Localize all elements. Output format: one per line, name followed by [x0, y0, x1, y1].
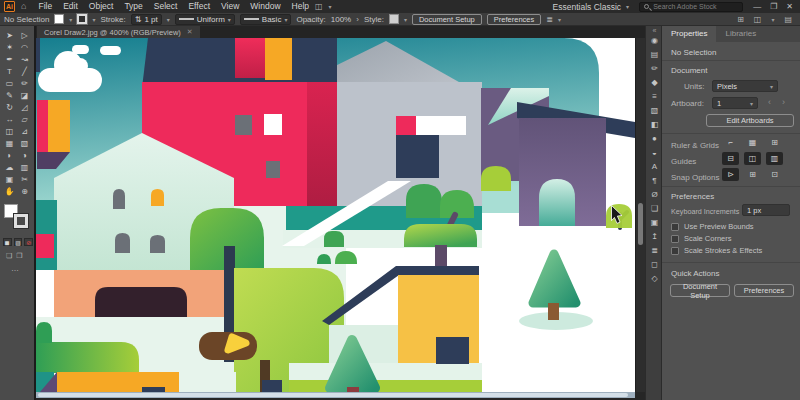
column-graph-tool-icon[interactable]: ▥: [17, 162, 32, 174]
mesh-tool-icon[interactable]: ▦: [2, 138, 17, 150]
stroke-swatch[interactable]: [14, 214, 28, 228]
horizontal-scroll-handle[interactable]: [38, 393, 628, 397]
snap-to-grid-icon[interactable]: ⊞: [744, 168, 761, 181]
document-setup-button[interactable]: Document Setup: [412, 14, 482, 25]
vertical-scroll-handle[interactable]: [638, 203, 643, 245]
checkbox-icon[interactable]: [671, 235, 679, 243]
opacity-value[interactable]: 100%: [331, 15, 351, 24]
stroke-icon[interactable]: ≡: [652, 92, 657, 101]
rotate-tool-icon[interactable]: ↻: [2, 102, 17, 114]
pathfinder-icon[interactable]: ◻: [651, 260, 658, 269]
asset-export-icon[interactable]: ↥: [651, 232, 658, 241]
maximize-button[interactable]: ❐: [770, 2, 777, 11]
control-options-icon[interactable]: ≣: [546, 15, 553, 24]
use-preview-bounds-row[interactable]: Use Preview Bounds: [671, 222, 754, 231]
draw-behind-icon[interactable]: ❐: [16, 252, 22, 260]
direct-selection-tool-icon[interactable]: ▷: [17, 30, 32, 42]
vertical-scrollbar[interactable]: [635, 38, 645, 392]
magic-wand-tool-icon[interactable]: ✶: [2, 42, 17, 54]
grid-icon[interactable]: ▦: [744, 136, 761, 149]
snap-to-pixel-icon[interactable]: ⊡: [766, 168, 783, 181]
character-icon[interactable]: A: [652, 162, 657, 171]
lock-guides-icon[interactable]: ◫: [744, 152, 761, 165]
home-icon[interactable]: ⌂: [21, 2, 26, 11]
arrange-documents-icon[interactable]: ⊞: [737, 15, 744, 24]
stroke-weight-field[interactable]: ⇅ 1 pt: [131, 14, 162, 25]
chevron-down-icon[interactable]: ▾: [404, 16, 407, 23]
units-dropdown[interactable]: Pixels ▾: [712, 80, 778, 92]
corner-ruler-icon[interactable]: ⌐: [722, 136, 739, 149]
rectangle-tool-icon[interactable]: ▭: [2, 78, 17, 90]
eyedropper-tool-icon[interactable]: ◗: [2, 150, 17, 162]
keyboard-increments-field[interactable]: [742, 204, 790, 216]
fill-color-swatch[interactable]: [54, 14, 64, 24]
type-tool-icon[interactable]: T: [2, 66, 17, 78]
hand-tool-icon[interactable]: ✋: [2, 186, 17, 198]
chevron-down-icon[interactable]: ▾: [329, 3, 332, 10]
chevron-down-icon[interactable]: ▾: [167, 16, 170, 23]
stepper-icon[interactable]: ⇅: [135, 15, 142, 24]
collapse-dock-icon[interactable]: «: [646, 27, 663, 34]
artboard-tool-icon[interactable]: ▣: [2, 174, 17, 186]
curvature-tool-icon[interactable]: ↝: [17, 54, 32, 66]
brush-dropdown[interactable]: Basic ▾: [240, 14, 292, 25]
checkbox-icon[interactable]: [671, 223, 679, 231]
canvas-artwork[interactable]: [36, 38, 635, 392]
gradient-button[interactable]: ▨: [14, 238, 23, 246]
prev-artboard-icon[interactable]: ‹: [768, 97, 771, 107]
chevron-down-icon[interactable]: ▾: [92, 16, 95, 23]
show-guides-icon[interactable]: ⊟: [722, 152, 739, 165]
pencil-tool-icon[interactable]: ✎: [2, 90, 17, 102]
paragraph-icon[interactable]: ¶: [652, 176, 656, 185]
screen-mode-icon[interactable]: ◫: [754, 15, 762, 24]
tab-properties[interactable]: Properties: [662, 26, 716, 42]
selection-tool-icon[interactable]: ➤: [2, 30, 17, 42]
color-guide-icon[interactable]: ◒: [652, 148, 657, 157]
color-button[interactable]: ◼: [3, 238, 12, 246]
edit-artboards-button[interactable]: Edit Artboards: [706, 114, 794, 127]
zoom-tool-icon[interactable]: ⊕: [17, 186, 32, 198]
snap-to-point-icon[interactable]: ⊳: [722, 168, 739, 181]
blend-tool-icon[interactable]: ◑: [17, 150, 32, 162]
arrange-layout-icon[interactable]: ◫: [315, 2, 323, 11]
layers-icon[interactable]: ❏: [651, 204, 658, 213]
stock-search[interactable]: [639, 2, 743, 12]
chevron-down-icon[interactable]: ▾: [558, 16, 561, 23]
gradient-tool-icon[interactable]: ▧: [17, 138, 32, 150]
menu-object[interactable]: Object: [89, 0, 114, 13]
eraser-tool-icon[interactable]: ◪: [17, 90, 32, 102]
menu-effect[interactable]: Effect: [188, 0, 210, 13]
chevron-down-icon[interactable]: ▾: [69, 16, 72, 23]
pen-tool-icon[interactable]: ✒: [2, 54, 17, 66]
color-icon[interactable]: ●: [652, 134, 657, 143]
checkbox-icon[interactable]: [671, 247, 679, 255]
qa-document-setup-button[interactable]: Document Setup: [670, 284, 730, 297]
stroke-color-swatch[interactable]: [77, 14, 87, 24]
libraries-icon[interactable]: ◇: [651, 274, 657, 283]
artboard-dropdown[interactable]: 1 ▾: [712, 97, 758, 109]
menu-window[interactable]: Window: [250, 0, 280, 13]
horizontal-scrollbar[interactable]: [36, 392, 635, 398]
close-button[interactable]: ✕: [786, 2, 793, 11]
perspective-grid-tool-icon[interactable]: ⊿: [17, 126, 32, 138]
minimize-button[interactable]: —: [753, 2, 761, 11]
menu-type[interactable]: Type: [124, 0, 142, 13]
swatches-icon[interactable]: ▤: [651, 50, 659, 59]
style-swatch[interactable]: [389, 14, 399, 24]
draw-normal-icon[interactable]: ❏: [6, 252, 12, 260]
width-tool-icon[interactable]: ↔: [2, 114, 17, 126]
width-profile-dropdown[interactable]: Uniform ▾: [175, 14, 235, 25]
document-tab[interactable]: Corel Draw2.jpg @ 400% (RGB/Preview) ✕: [37, 26, 200, 38]
symbol-sprayer-tool-icon[interactable]: ☁: [2, 162, 17, 174]
shape-builder-tool-icon[interactable]: ◫: [2, 126, 17, 138]
menu-file[interactable]: File: [38, 0, 52, 13]
align-icon[interactable]: ≣: [651, 246, 658, 255]
menu-help[interactable]: Help: [292, 0, 309, 13]
opacity-options-icon[interactable]: ›: [356, 15, 359, 24]
appearance-icon[interactable]: ◉: [651, 36, 658, 45]
glyphs-icon[interactable]: Ø: [651, 190, 657, 199]
brushes-icon[interactable]: ✏: [651, 64, 658, 73]
lasso-tool-icon[interactable]: ◠: [17, 42, 32, 54]
scale-corners-row[interactable]: Scale Corners: [671, 234, 732, 243]
menu-edit[interactable]: Edit: [63, 0, 78, 13]
